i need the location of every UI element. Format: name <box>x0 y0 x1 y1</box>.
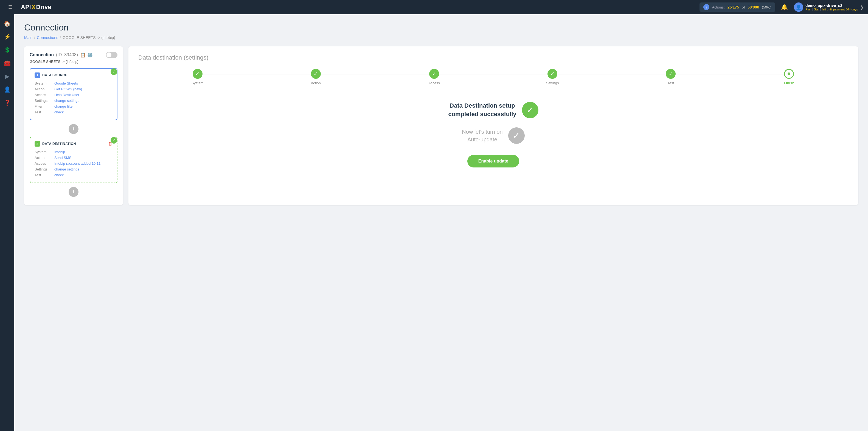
user-plan: Plan | Start| left until payment 344 day… <box>805 8 858 11</box>
sidebar-item-help[interactable]: ❓ <box>1 97 13 109</box>
dest-settings-label: Settings <box>35 167 52 171</box>
success-completed-row: Data Destination setupcompleted successf… <box>448 101 538 119</box>
source-settings-row: Settings change settings <box>35 98 113 103</box>
destination-panel-title: Data destination (settings) <box>138 54 848 61</box>
source-settings-value[interactable]: change settings <box>54 98 79 103</box>
source-system-value[interactable]: Google Sheets <box>54 81 78 85</box>
dest-block-title: DATA DESTINATION <box>42 142 76 146</box>
info-icon: i <box>703 4 709 10</box>
dest-system-value[interactable]: Infobip <box>54 150 65 154</box>
connection-card: Connection (ID: 39408) 📋 ⚙️ GOOGLE SHEET… <box>24 47 123 205</box>
hamburger-icon[interactable]: ☰ <box>4 1 17 13</box>
auto-update-icon: ✓ <box>508 127 525 144</box>
page-title: Connection <box>24 23 858 33</box>
settings-icon[interactable]: ⚙️ <box>87 53 93 58</box>
source-test-label: Test <box>35 110 52 114</box>
step-circle-settings[interactable]: ✓ <box>548 69 557 79</box>
step-label-action: Action <box>311 81 321 85</box>
source-filter-value[interactable]: change filter <box>54 104 74 109</box>
success-text: Data Destination setupcompleted successf… <box>448 101 516 119</box>
step-circle-system[interactable]: ✓ <box>193 69 203 79</box>
source-filter-label: Filter <box>35 104 52 109</box>
copy-icon[interactable]: 📋 <box>80 53 86 58</box>
avatar: 👤 <box>794 2 803 12</box>
breadcrumb-main[interactable]: Main <box>24 35 32 40</box>
step-item-access: ✓Access <box>375 69 493 85</box>
logo-x: X <box>32 4 36 11</box>
dest-access-row: Access Infobip (account added 10.11 <box>35 161 113 165</box>
step-circle-access[interactable]: ✓ <box>429 69 439 79</box>
logo-drive: Drive <box>36 4 51 11</box>
enable-update-button[interactable]: Enable update <box>467 155 519 167</box>
source-test-row: Test check <box>35 110 113 114</box>
user-info: demo_apix-drive_s2 Plan | Start| left un… <box>805 3 858 11</box>
sidebar-item-home[interactable]: 🏠 <box>1 18 13 30</box>
source-access-value[interactable]: Help Desk User <box>54 93 79 97</box>
card-title-icons: 📋 ⚙️ <box>80 53 93 58</box>
sidebar-item-video[interactable]: ▶ <box>1 70 13 82</box>
step-item-action: ✓Action <box>256 69 375 85</box>
add-block-btn-2[interactable]: + <box>69 187 79 197</box>
breadcrumb-sep2: / <box>60 35 61 40</box>
source-access-label: Access <box>35 93 52 97</box>
step-label-test: Test <box>668 81 674 85</box>
source-action-value[interactable]: Get ROWS (new) <box>54 87 82 91</box>
sidebar-item-connections[interactable]: ⚡ <box>1 31 13 43</box>
user-section: 👤 demo_apix-drive_s2 Plan | Start| left … <box>794 2 864 12</box>
dest-action-value[interactable]: Send SMS <box>54 156 71 160</box>
source-system-row: System Google Sheets <box>35 81 113 85</box>
notification-bell-icon[interactable]: 🔔 <box>780 2 789 12</box>
success-area: Data Destination setupcompleted successf… <box>138 96 848 173</box>
source-block-num: 1 <box>35 72 40 78</box>
dest-block-header: 2 DATA DESTINATION 🗑 <box>35 141 113 147</box>
dest-test-label: Test <box>35 173 52 177</box>
actions-used: 25'175 <box>727 5 739 9</box>
actions-label: Actions: <box>712 5 725 9</box>
source-settings-label: Settings <box>35 98 52 103</box>
sidebar-item-profile[interactable]: 👤 <box>1 84 13 95</box>
breadcrumb-current: GOOGLE SHEETS -> (infobip) <box>63 35 115 40</box>
breadcrumb: Main / Connections / GOOGLE SHEETS -> (i… <box>24 35 858 40</box>
add-block-btn-1[interactable]: + <box>69 124 79 134</box>
right-panel: Data destination (settings) ✓System✓Acti… <box>128 47 858 205</box>
user-chevron-icon[interactable]: ❯ <box>860 5 864 10</box>
auto-update-row: Now let's turn onAuto-update ✓ <box>462 127 524 144</box>
source-action-row: Action Get ROWS (new) <box>35 87 113 91</box>
source-check-badge: ✓ <box>111 68 117 75</box>
card-subtitle: GOOGLE SHEETS -> (infobip) <box>30 60 118 64</box>
dest-access-value[interactable]: Infobip (account added 10.11 <box>54 161 100 165</box>
left-panel: Connection (ID: 39408) 📋 ⚙️ GOOGLE SHEET… <box>24 47 123 205</box>
source-block-header: 1 DATA SOURCE <box>35 72 113 78</box>
success-green-icon: ✓ <box>522 102 538 118</box>
step-item-system: ✓System <box>138 69 256 85</box>
dest-check-badge: ✓ <box>111 137 117 144</box>
toggle-switch[interactable] <box>106 52 118 58</box>
breadcrumb-sep1: / <box>34 35 35 40</box>
sidebar-item-billing[interactable]: 💲 <box>1 44 13 56</box>
step-circle-action[interactable]: ✓ <box>311 69 321 79</box>
actions-box: i Actions: 25'175 of 50'000 (50%) <box>700 2 775 12</box>
source-system-label: System <box>35 81 52 85</box>
dest-test-row: Test check <box>35 173 113 177</box>
dest-action-row: Action Send SMS <box>35 156 113 160</box>
breadcrumb-connections[interactable]: Connections <box>37 35 58 40</box>
dest-action-label: Action <box>35 156 52 160</box>
card-header: Connection (ID: 39408) 📋 ⚙️ <box>30 52 118 58</box>
step-circle-test[interactable]: ✓ <box>666 69 676 79</box>
dest-test-value[interactable]: check <box>54 173 64 177</box>
step-label-system: System <box>191 81 203 85</box>
actions-total: 50'000 <box>747 5 759 9</box>
logo: APIXDrive <box>21 4 51 11</box>
content-area: Connection Main / Connections / GOOGLE S… <box>14 14 868 431</box>
sidebar-item-tools[interactable]: 🧰 <box>1 57 13 69</box>
source-test-value[interactable]: check <box>54 110 64 114</box>
data-source-block: ✓ 1 DATA SOURCE System Google Sheets Act… <box>30 68 118 120</box>
source-filter-row: Filter change filter <box>35 104 113 109</box>
dest-settings-value[interactable]: change settings <box>54 167 79 171</box>
step-label-finish: Finish <box>784 81 794 85</box>
source-action-label: Action <box>35 87 52 91</box>
step-circle-finish[interactable] <box>784 69 794 79</box>
navbar: ☰ APIXDrive i Actions: 25'175 of 50'000 … <box>0 0 868 14</box>
step-item-test: ✓Test <box>612 69 730 85</box>
dest-settings-row: Settings change settings <box>35 167 113 171</box>
